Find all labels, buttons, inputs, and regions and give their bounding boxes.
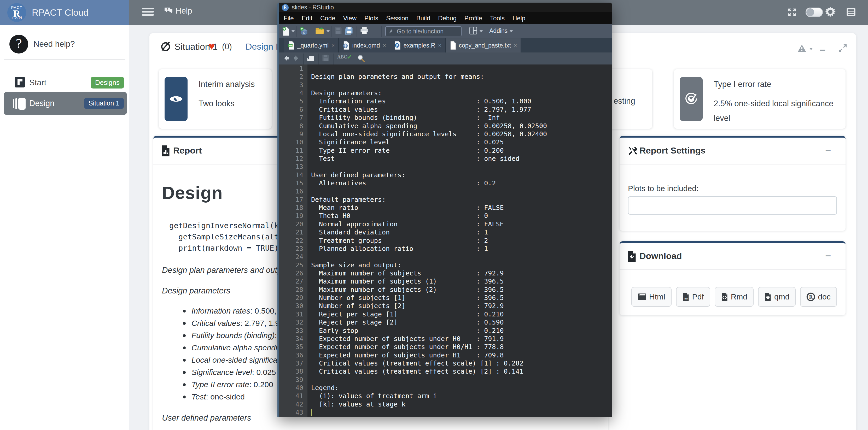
card-type1-error-rate[interactable]: Type I error rate 2.5% one-sided local s…: [674, 69, 845, 129]
need-help-link[interactable]: ? Need help?: [0, 34, 129, 55]
sidebar-header: PACT R Cloud RPACT Cloud: [0, 0, 129, 25]
open-file-caret[interactable]: [326, 30, 330, 32]
rstudio-editor-toolbar: ABC: [279, 53, 612, 65]
save-all-button[interactable]: [344, 27, 353, 35]
download-buttons-row: HtmlPDFPdfRmdqmdRdoc: [631, 287, 837, 307]
editor-tab-index.qmd[interactable]: index.qmd×: [339, 38, 390, 53]
download-qmd-button[interactable]: qmd: [758, 287, 796, 307]
tab-label: examples.R: [404, 42, 435, 49]
download-button-label: qmd: [774, 292, 789, 301]
favorite-heart-icon[interactable]: ♥: [209, 40, 215, 53]
quarto-file-icon: [342, 41, 350, 50]
menu-session[interactable]: Session: [382, 12, 412, 24]
editor-tab-examples.R[interactable]: Rexamples.R×: [390, 38, 445, 53]
menu-build[interactable]: Build: [412, 12, 434, 24]
spellcheck-abc-icon[interactable]: ABC: [337, 54, 351, 60]
close-tab-icon[interactable]: ×: [438, 42, 441, 48]
forward-arrow-icon[interactable]: [292, 54, 300, 62]
card-interim-analysis[interactable]: Interim analysis Two looks: [159, 69, 272, 129]
report-heading: Design: [162, 183, 223, 203]
goto-file-function-input[interactable]: Go to file/function: [385, 26, 462, 36]
rpact-logo: PACT R Cloud: [7, 3, 26, 22]
collapse-report-settings-button[interactable]: –: [826, 144, 831, 156]
rstudio-title-bar[interactable]: R slides - RStudio: [279, 3, 612, 12]
menu-debug[interactable]: Debug: [434, 12, 461, 24]
help-label: Help: [176, 6, 192, 16]
r-script-icon: R: [394, 41, 401, 50]
hamburger-menu-icon[interactable]: [142, 8, 154, 17]
tab-label: _quarto.yml: [297, 42, 329, 49]
close-tab-icon[interactable]: ×: [332, 42, 335, 48]
report-settings-header: Report Settings –: [620, 138, 845, 164]
menu-file[interactable]: File: [280, 12, 298, 24]
plots-included-input[interactable]: [628, 196, 837, 214]
new-project-button[interactable]: R: [300, 27, 309, 36]
editor-tab-copy_and_paste.txt[interactable]: copy_and_paste.txt×: [445, 38, 521, 53]
back-arrow-icon[interactable]: [282, 54, 290, 62]
print-button[interactable]: [360, 27, 369, 34]
svg-text:R: R: [303, 31, 305, 35]
settings-sun-icon[interactable]: [825, 6, 836, 17]
brand-title: RPACT Cloud: [32, 7, 89, 18]
collapse-panel-button[interactable]: –: [820, 43, 826, 55]
new-file-button[interactable]: [282, 27, 290, 36]
fullscreen-arrows-icon[interactable]: [787, 7, 797, 17]
menu-profile[interactable]: Profile: [461, 12, 486, 24]
menu-code[interactable]: Code: [316, 12, 339, 24]
theme-toggle[interactable]: [806, 7, 823, 17]
rstudio-logo-icon: R: [282, 4, 289, 11]
menu-help[interactable]: Help: [508, 12, 529, 24]
download-button-label: doc: [818, 292, 830, 301]
tools-icon: [627, 145, 637, 155]
apps-grid-icon[interactable]: [846, 7, 856, 17]
sidebar-item-design[interactable]: Design Situation 1: [0, 92, 129, 115]
rstudio-code-editor[interactable]: 1234567891011121314151617181920212223242…: [279, 65, 612, 417]
editor-tab-_quarto.yml[interactable]: YML_quarto.yml×: [284, 38, 339, 53]
report-file-chart-icon: [161, 145, 170, 156]
eye-icon: [164, 77, 188, 121]
open-in-new-window-icon[interactable]: [307, 54, 315, 62]
close-tab-icon[interactable]: ×: [514, 42, 517, 48]
tab-label: copy_and_paste.txt: [459, 42, 511, 49]
menu-tools[interactable]: Tools: [486, 12, 508, 24]
download-rmd-button[interactable]: Rmd: [715, 287, 753, 307]
warnings-dropdown[interactable]: [797, 43, 814, 54]
editor-text[interactable]: Design plan parameters and output for me…: [307, 65, 612, 417]
menu-edit[interactable]: Edit: [298, 12, 316, 24]
download-html-button[interactable]: Html: [631, 287, 672, 307]
new-file-caret[interactable]: [291, 30, 295, 32]
collapse-download-button[interactable]: –: [826, 250, 831, 261]
design-columns-icon: [13, 98, 25, 110]
sidebar: ? Need help? Start Designs Design Situat…: [0, 25, 129, 430]
report-code-block: getDesignInverseNormal(kMa getSampleSize…: [169, 220, 292, 254]
help-button[interactable]: ? Help: [164, 6, 192, 16]
panes-layout-button[interactable]: [469, 27, 477, 34]
rstudio-menu-bar: FileEditCodeViewPlotsSessionBuildDebugPr…: [279, 12, 612, 24]
start-flag-icon: [14, 77, 25, 88]
save-document-icon[interactable]: [322, 54, 330, 62]
download-doc-button[interactable]: Rdoc: [800, 287, 837, 307]
rstudio-tab-strip: YML_quarto.yml×index.qmd×Rexamples.R×cop…: [279, 38, 612, 53]
download-button-label: Html: [649, 292, 665, 301]
sidebar-item-start[interactable]: Start Designs: [0, 74, 129, 91]
find-magnifier-icon[interactable]: [357, 54, 365, 62]
report-section-heading: Design parameters: [162, 286, 230, 296]
open-file-button[interactable]: [315, 27, 325, 35]
panes-caret[interactable]: [479, 30, 483, 32]
help-chat-icon: ?: [164, 7, 173, 15]
report-settings-title: Report Settings: [640, 145, 706, 156]
sidebar-divider: [4, 59, 125, 60]
html-icon: [638, 293, 647, 301]
addins-menu[interactable]: Addins: [489, 27, 513, 34]
download-pdf-button[interactable]: PDFPdf: [676, 287, 710, 307]
editor-line-numbers: 1234567891011121314151617181920212223242…: [279, 65, 307, 417]
download-header: Download –: [620, 243, 845, 270]
close-tab-icon[interactable]: ×: [383, 42, 386, 48]
menu-plots[interactable]: Plots: [361, 12, 382, 24]
rmd-file-icon: [721, 292, 728, 301]
tab-label: index.qmd: [352, 42, 380, 49]
menu-view[interactable]: View: [339, 12, 361, 24]
save-button[interactable]: [335, 27, 342, 34]
qmd-heart-file-icon: [764, 292, 772, 301]
expand-panel-icon[interactable]: [837, 43, 848, 54]
